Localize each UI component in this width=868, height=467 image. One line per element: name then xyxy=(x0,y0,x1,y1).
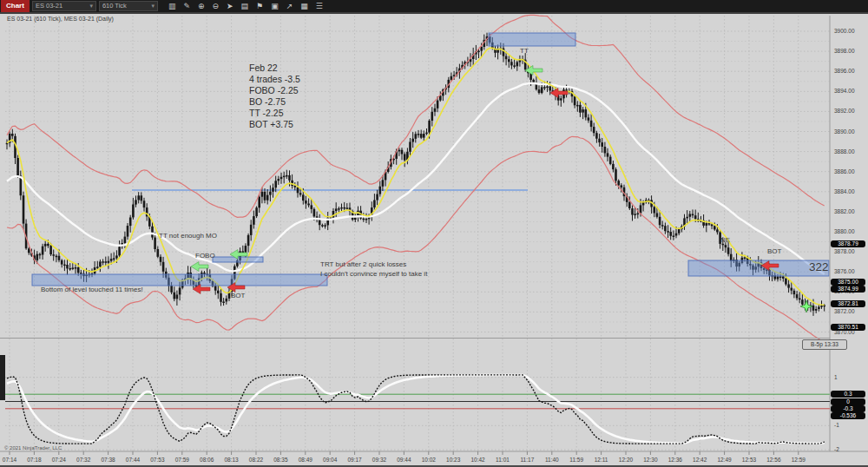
trendline-icon[interactable]: ↗ xyxy=(286,2,293,10)
note-line: BOT +3.75 xyxy=(249,119,300,130)
green-left-arrow-marker xyxy=(191,262,208,272)
chart-title: ES 03-21 (610 Tick), MES 03-21 (Daily) xyxy=(7,16,114,22)
note-line: BO -2.75 xyxy=(249,96,300,108)
properties-icon[interactable]: ☰ xyxy=(316,2,323,10)
ninjatrader-chart-window: Chart ES 03-21 ▾ 610 Tick ▾ ▥✎⊕⊖➤▤⚑▣↗▦☰ … xyxy=(0,0,868,467)
zoom-in-icon[interactable]: ⊕ xyxy=(198,2,205,10)
strategy-icon[interactable]: ▣ xyxy=(271,2,279,10)
note-line: TT -2.25 xyxy=(249,108,300,119)
document-icon[interactable]: ▤ xyxy=(241,2,249,10)
interval-dropdown-value: 610 Tick xyxy=(102,2,127,10)
chart-tab[interactable]: Chart xyxy=(1,0,30,12)
note-line: Feb 22 xyxy=(249,62,300,74)
flag-icon[interactable]: ⚑ xyxy=(256,2,263,10)
note-line: FOBO -2.25 xyxy=(249,85,300,96)
chart-canvas[interactable] xyxy=(0,14,868,467)
interval-dropdown[interactable]: 610 Tick ▾ xyxy=(99,1,158,11)
cursor-icon[interactable]: ➤ xyxy=(227,2,233,10)
chevron-down-icon: ▾ xyxy=(89,2,93,10)
bar-timer-label: B-5p 13:33 xyxy=(802,339,847,350)
zoom-out-icon[interactable]: ⊖ xyxy=(213,2,220,10)
note-line: 4 trades -3.5 xyxy=(249,74,300,85)
copyright-text: © 2021 NinjaTrader, LLC xyxy=(4,445,62,451)
pencil-icon[interactable]: ✎ xyxy=(183,2,190,10)
instrument-dropdown-value: ES 03-21 xyxy=(36,2,62,10)
price-bars-icon[interactable]: ▥ xyxy=(168,2,176,10)
trade-journal-note: Feb 224 trades -3.5FOBO -2.25BO -2.75TT … xyxy=(249,62,300,130)
toolbar: Chart ES 03-21 ▾ 610 Tick ▾ ▥✎⊕⊖➤▤⚑▣↗▦☰ xyxy=(0,0,868,14)
drawing-grid-icon[interactable]: ▦ xyxy=(300,2,308,10)
toolbar-icons: ▥✎⊕⊖➤▤⚑▣↗▦☰ xyxy=(168,2,323,10)
instrument-dropdown[interactable]: ES 03-21 ▾ xyxy=(32,1,96,11)
chevron-down-icon: ▾ xyxy=(151,2,155,10)
indicator-panel-edge xyxy=(0,355,5,400)
